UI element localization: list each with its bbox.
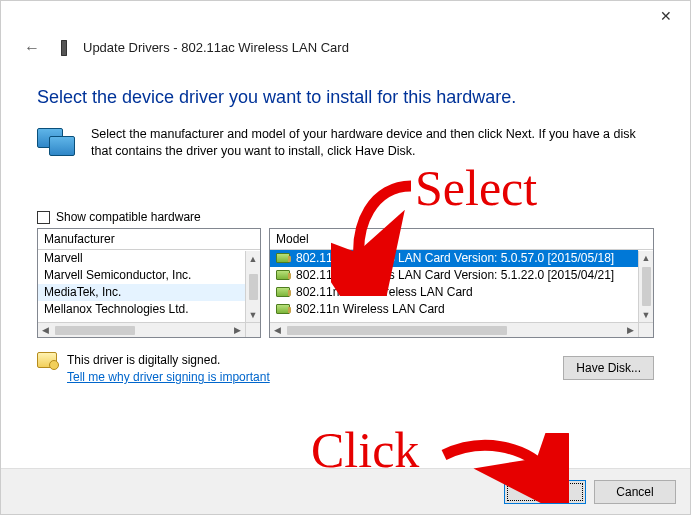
scroll-left-icon[interactable]: ◀	[38, 323, 53, 337]
manufacturer-header[interactable]: Manufacturer	[38, 229, 260, 250]
signing-info-link[interactable]: Tell me why driver signing is important	[67, 370, 270, 384]
signed-text: This driver is digitally signed.	[67, 353, 220, 367]
manufacturer-row[interactable]: Mellanox Technologies Ltd.	[38, 301, 245, 318]
manufacturer-hscroll[interactable]: ◀ ▶	[38, 322, 245, 337]
certificate-icon	[37, 352, 57, 368]
manufacturer-row[interactable]: MediaTek, Inc.	[38, 284, 245, 301]
list-item-label: 802.11ac Wireless LAN Card Version: 5.0.…	[296, 251, 614, 265]
adapter-icon	[276, 304, 290, 314]
scroll-up-icon[interactable]: ▲	[639, 251, 653, 265]
manufacturer-row[interactable]: Marvell Semiconductor, Inc.	[38, 267, 245, 284]
cancel-button[interactable]: Cancel	[594, 480, 676, 504]
next-button[interactable]: Next	[504, 480, 586, 504]
scroll-thumb[interactable]	[55, 326, 135, 335]
dialog-header: ← Update Drivers - 802.11ac Wireless LAN…	[1, 31, 690, 65]
list-item-label: 802.11n Wireless LAN Card	[296, 302, 445, 316]
manufacturer-row[interactable]: Marvell	[38, 250, 245, 267]
monitors-icon	[37, 128, 77, 160]
scroll-left-icon[interactable]: ◀	[270, 323, 285, 337]
adapter-icon	[276, 270, 290, 280]
model-pane: Model 802.11ac Wireless LAN Card Version…	[269, 228, 654, 338]
scroll-down-icon[interactable]: ▼	[246, 307, 260, 322]
titlebar: ✕	[1, 1, 690, 31]
manufacturer-pane: Manufacturer MarvellMarvell Semiconducto…	[37, 228, 261, 338]
list-item-label: Marvell	[44, 251, 83, 265]
dialog-footer: Next Cancel	[1, 468, 690, 514]
scroll-right-icon[interactable]: ▶	[230, 323, 245, 337]
scroll-corner	[638, 322, 653, 337]
close-button[interactable]: ✕	[656, 6, 676, 26]
adapter-icon	[276, 253, 290, 263]
manufacturer-vscroll[interactable]: ▲ ▼	[245, 251, 260, 322]
model-row[interactable]: 802.11ac Wireless LAN Card Version: 5.1.…	[270, 267, 638, 284]
window-title: Update Drivers - 802.11ac Wireless LAN C…	[83, 40, 349, 55]
model-row[interactable]: 802.11n Wireless LAN Card	[270, 301, 638, 318]
model-row[interactable]: 802.11ac Wireless LAN Card Version: 5.0.…	[270, 250, 638, 267]
compatible-hardware-label: Show compatible hardware	[56, 210, 201, 224]
list-item-label: Marvell Semiconductor, Inc.	[44, 268, 191, 282]
scroll-right-icon[interactable]: ▶	[623, 323, 638, 337]
instruction-text: Select the manufacturer and model of you…	[91, 126, 654, 160]
list-item-label: Mellanox Technologies Ltd.	[44, 302, 189, 316]
scroll-corner	[245, 322, 260, 337]
adapter-icon	[276, 287, 290, 297]
scroll-down-icon[interactable]: ▼	[639, 308, 653, 322]
scroll-thumb[interactable]	[642, 267, 651, 305]
list-item-label: MediaTek, Inc.	[44, 285, 121, 299]
back-button[interactable]: ←	[19, 36, 45, 60]
dialog-content: Select the device driver you want to ins…	[1, 65, 690, 380]
list-item-label: 802.11n USB Wireless LAN Card	[296, 285, 473, 299]
scroll-up-icon[interactable]: ▲	[246, 251, 260, 266]
model-header[interactable]: Model	[270, 229, 653, 250]
device-icon	[61, 38, 75, 58]
scroll-thumb[interactable]	[249, 274, 258, 300]
page-headline: Select the device driver you want to ins…	[37, 87, 654, 108]
have-disk-button[interactable]: Have Disk...	[563, 356, 654, 380]
model-row[interactable]: 802.11n USB Wireless LAN Card	[270, 284, 638, 301]
list-item-label: 802.11ac Wireless LAN Card Version: 5.1.…	[296, 268, 614, 282]
instruction-row: Select the manufacturer and model of you…	[37, 126, 654, 160]
scroll-thumb[interactable]	[287, 326, 507, 335]
compatible-hardware-checkbox[interactable]	[37, 211, 50, 224]
model-vscroll[interactable]: ▲ ▼	[638, 251, 653, 322]
model-hscroll[interactable]: ◀ ▶	[270, 322, 638, 337]
driver-panes: Manufacturer MarvellMarvell Semiconducto…	[37, 228, 654, 338]
compatible-hardware-row: Show compatible hardware	[37, 210, 654, 224]
